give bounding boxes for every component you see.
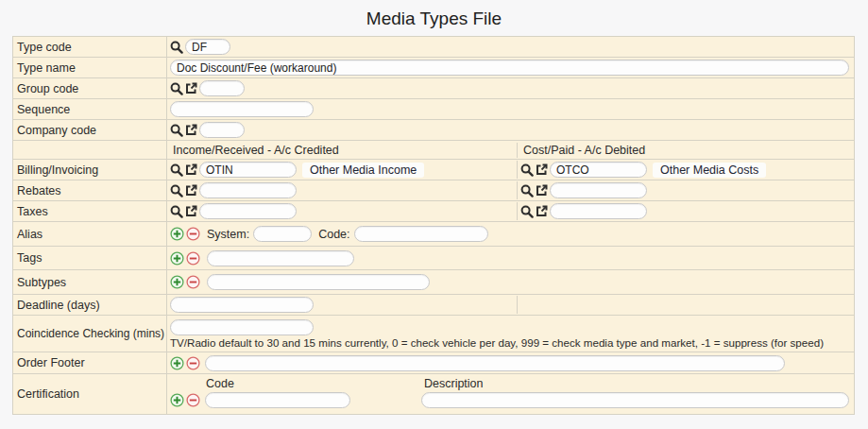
- deadline-label: Deadline (days): [13, 295, 167, 315]
- row-billing-invoicing: Billing/Invoicing Other Media Income: [13, 160, 854, 180]
- row-type-code: Type code: [13, 37, 854, 58]
- search-icon[interactable]: [520, 184, 534, 197]
- search-icon[interactable]: [170, 184, 183, 197]
- certification-inputs: [170, 392, 851, 408]
- search-icon[interactable]: [520, 163, 534, 177]
- add-icon[interactable]: [170, 393, 184, 407]
- external-link-icon[interactable]: [536, 163, 548, 176]
- search-icon[interactable]: [170, 82, 183, 95]
- row-company-code: Company code: [13, 120, 854, 141]
- coincidence-input[interactable]: [170, 319, 314, 335]
- page-title: Media Types File: [0, 0, 868, 29]
- certification-code-input[interactable]: [205, 392, 350, 408]
- credited-header: Income/Received - A/c Credited: [170, 144, 339, 157]
- remove-icon[interactable]: [186, 251, 200, 266]
- debited-header-cell: Cost/Paid - A/c Debited: [518, 143, 854, 158]
- group-code-input[interactable]: [199, 80, 245, 96]
- media-types-form: Type code Type name Group code: [12, 36, 855, 415]
- deadline-input-cell: [167, 296, 518, 314]
- search-icon[interactable]: [170, 41, 183, 54]
- type-code-content: [167, 37, 854, 57]
- certification-code-header: Code: [206, 377, 422, 390]
- search-icon[interactable]: [170, 124, 183, 137]
- rebates-debited-cell: [518, 181, 854, 199]
- remove-icon[interactable]: [186, 275, 200, 289]
- alias-system-input[interactable]: [253, 226, 312, 242]
- row-type-name: Type name: [13, 58, 854, 78]
- rebates-debited-input[interactable]: [550, 182, 647, 198]
- certification-headers: Code Description: [170, 377, 851, 390]
- taxes-content: [167, 201, 854, 221]
- remove-icon[interactable]: [186, 393, 200, 407]
- certification-description-header: Description: [424, 377, 484, 390]
- rebates-label: Rebates: [13, 180, 167, 200]
- add-icon[interactable]: [170, 275, 184, 289]
- alias-content: System: Code:: [167, 222, 854, 246]
- type-code-input[interactable]: [185, 39, 230, 55]
- billing-credited-cell: Other Media Income: [167, 161, 518, 179]
- group-code-content: [167, 78, 854, 98]
- row-subtypes: Subtypes: [13, 270, 854, 295]
- billing-debited-input[interactable]: [550, 162, 647, 178]
- type-name-content: [167, 58, 854, 77]
- billing-credited-description: Other Media Income: [302, 163, 424, 178]
- sequence-content: [167, 99, 854, 119]
- type-name-input[interactable]: [170, 60, 849, 76]
- billing-debited-description: Other Media Costs: [653, 163, 766, 178]
- external-link-icon[interactable]: [536, 184, 548, 197]
- debited-header: Cost/Paid - A/c Debited: [520, 144, 645, 157]
- taxes-label: Taxes: [13, 201, 167, 221]
- add-icon[interactable]: [170, 227, 184, 241]
- company-code-content: [167, 120, 854, 140]
- row-rebates: Rebates: [13, 180, 854, 201]
- coincidence-content: TV/Radio default to 30 and 15 mins curre…: [167, 316, 854, 352]
- sequence-input[interactable]: [170, 101, 314, 117]
- row-alias: Alias System: Code:: [13, 222, 854, 247]
- row-taxes: Taxes: [13, 201, 854, 222]
- billing-debited-cell: Other Media Costs: [518, 161, 854, 179]
- type-name-label: Type name: [13, 58, 167, 77]
- deadline-input[interactable]: [170, 297, 314, 313]
- add-icon[interactable]: [170, 356, 184, 370]
- row-deadline: Deadline (days): [13, 295, 854, 316]
- billing-credited-input[interactable]: [199, 162, 297, 178]
- order-footer-label: Order Footer: [13, 352, 167, 373]
- search-icon[interactable]: [170, 205, 183, 218]
- certification-content: Code Description: [167, 374, 854, 414]
- alias-system-label: System:: [207, 228, 249, 241]
- subtypes-input[interactable]: [207, 274, 430, 290]
- external-link-icon[interactable]: [185, 184, 197, 197]
- alias-label: Alias: [13, 222, 167, 246]
- external-link-icon[interactable]: [185, 82, 197, 94]
- row-coincidence-checking: Coincidence Checking (mins) TV/Radio def…: [13, 316, 854, 352]
- remove-icon[interactable]: [186, 356, 200, 370]
- tags-label: Tags: [13, 247, 167, 269]
- alias-code-input[interactable]: [354, 226, 488, 242]
- account-headers-content: Income/Received - A/c Credited Cost/Paid…: [167, 141, 854, 159]
- row-tags: Tags: [13, 247, 854, 270]
- order-footer-input[interactable]: [205, 355, 785, 371]
- taxes-credited-input[interactable]: [199, 203, 297, 219]
- rebates-credited-input[interactable]: [199, 182, 297, 198]
- tags-input[interactable]: [207, 250, 354, 266]
- taxes-debited-input[interactable]: [550, 203, 647, 219]
- external-link-icon[interactable]: [536, 205, 548, 217]
- sequence-label: Sequence: [13, 99, 167, 119]
- company-code-input[interactable]: [199, 122, 245, 138]
- remove-icon[interactable]: [186, 227, 200, 241]
- rebates-content: [167, 180, 854, 200]
- company-code-label: Company code: [13, 120, 167, 140]
- external-link-icon[interactable]: [185, 124, 197, 136]
- search-icon[interactable]: [170, 163, 183, 177]
- certification-description-input[interactable]: [421, 392, 849, 408]
- group-code-label: Group code: [13, 78, 167, 98]
- type-code-label: Type code: [13, 37, 167, 57]
- external-link-icon[interactable]: [185, 163, 197, 176]
- row-certification: Certification Code Description: [13, 374, 854, 415]
- add-icon[interactable]: [170, 251, 184, 266]
- deadline-empty-cell: [518, 304, 854, 306]
- external-link-icon[interactable]: [185, 205, 197, 217]
- tags-content: [167, 247, 854, 269]
- search-icon[interactable]: [520, 205, 534, 218]
- order-footer-content: [167, 352, 854, 373]
